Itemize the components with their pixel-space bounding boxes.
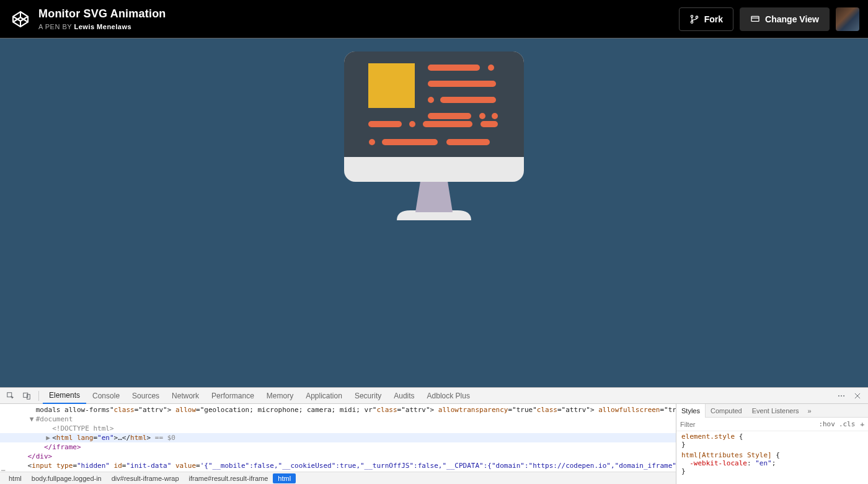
svg-point-30 [843,395,844,397]
new-style-rule-icon[interactable]: + [860,420,864,428]
styles-rules[interactable]: element.style { } html[Attributes Style]… [676,431,868,477]
svg-point-4 [691,21,693,23]
device-toolbar-icon[interactable] [20,389,33,403]
dom-line[interactable]: ▶<html lang="en">…</html> == $0 [0,433,676,442]
devtools-tab-elements[interactable]: Elements [43,388,86,404]
breadcrumb-item[interactable]: body.fullpage.logged-in [27,473,107,483]
rule-selector: element.style [681,432,735,441]
dom-line[interactable]: <input type="hidden" id="init-data" valu… [0,461,676,470]
svg-rect-23 [446,139,490,145]
svg-point-13 [428,97,434,103]
codepen-logo-icon [10,9,31,30]
dom-line[interactable]: </iframe> [0,442,676,452]
svg-point-19 [409,121,415,127]
pen-author[interactable]: Lewis Menelaws [74,23,132,30]
pen-byline: A PEN BY Lewis Menelaws [38,23,166,30]
styles-tab-events[interactable]: Event Listeners [747,404,804,418]
styles-filter-bar: :hov .cls + [676,418,868,431]
devtools-panel: ElementsConsoleSourcesNetworkPerformance… [0,387,868,484]
rule-prop: -webkit-locale [689,459,747,467]
breadcrumb-item[interactable]: html [273,473,296,483]
elements-dom-tree[interactable]: modals allow-forms"class="attrv"> allow=… [0,404,676,484]
svg-point-11 [488,65,494,71]
byline-prefix: A PEN BY [38,23,74,30]
result-pane [0,38,868,387]
pen-title-block: Monitor SVG Animation A PEN BY Lewis Men… [38,7,166,30]
styles-tab-styles[interactable]: Styles [676,404,706,418]
change-view-button[interactable]: Change View [740,7,830,31]
styles-panel: Styles Computed Event Listeners » :hov .… [676,404,868,484]
avatar[interactable] [836,7,859,31]
devtools-tab-audits[interactable]: Audits [388,388,420,404]
svg-point-28 [838,395,839,397]
dom-line[interactable]: modals allow-forms"class="attrv"> allow=… [0,405,676,415]
devtools-tab-memory[interactable]: Memory [260,388,299,404]
devtools-tab-network[interactable]: Network [166,388,205,404]
devtools-tab-adblock-plus[interactable]: Adblock Plus [421,388,476,404]
devtools-tab-security[interactable]: Security [348,388,388,404]
svg-rect-10 [428,65,480,71]
svg-rect-12 [428,81,496,87]
breadcrumb-item[interactable]: div#result-iframe-wrap [107,473,184,483]
svg-rect-27 [27,394,30,399]
rule-val: "en" [755,459,772,467]
devtools-tabs: ElementsConsoleSourcesNetworkPerformance… [0,388,868,404]
svg-point-16 [479,113,485,119]
devtools-tab-row: ElementsConsoleSourcesNetworkPerformance… [43,388,476,404]
dom-line[interactable]: ▼#document [0,415,676,424]
svg-point-5 [696,16,698,18]
devtools-menu-icon[interactable] [835,389,848,403]
styles-tabs-more-icon[interactable]: » [804,407,815,415]
result-pane-wrap [0,38,868,387]
inspect-icon[interactable] [4,389,17,403]
breadcrumb-item[interactable]: iframe#result.result-iframe [184,473,273,483]
styles-filter-input[interactable] [680,421,717,428]
devtools-tab-application[interactable]: Application [299,388,348,404]
styles-tabs: Styles Computed Event Listeners » [676,404,868,418]
svg-rect-21 [480,121,498,127]
svg-rect-20 [423,121,472,127]
devtools-close-icon[interactable] [851,389,864,403]
devtools-tab-performance[interactable]: Performance [205,388,260,404]
monitor-illustration [341,50,527,230]
breadcrumb-item[interactable]: html [4,473,27,483]
svg-point-17 [492,113,498,119]
codepen-header: Monitor SVG Animation A PEN BY Lewis Men… [0,0,868,38]
svg-rect-6 [751,16,759,21]
svg-point-3 [691,15,693,17]
svg-rect-15 [428,113,471,119]
devtools-tab-console[interactable]: Console [86,388,126,404]
dom-line[interactable]: </div> [0,452,676,461]
fork-icon [689,14,699,24]
cls-toggle[interactable]: .cls [839,420,856,428]
svg-point-29 [841,395,842,397]
elements-breadcrumb[interactable]: htmlbody.fullpage.logged-indiv#result-if… [0,472,676,484]
change-view-icon [750,14,760,24]
rule-selector: html[Attributes Style] [681,451,772,459]
pen-title: Monitor SVG Animation [38,7,166,20]
devtools-body: modals allow-forms"class="attrv"> allow=… [0,404,868,484]
styles-tab-computed[interactable]: Computed [706,404,747,418]
fork-button[interactable]: Fork [679,7,733,31]
svg-rect-22 [382,139,438,145]
svg-rect-9 [368,63,415,108]
change-view-label: Change View [765,14,819,24]
hov-toggle[interactable]: :hov [818,420,835,428]
devtools-tab-sources[interactable]: Sources [126,388,166,404]
svg-rect-14 [440,97,496,103]
fork-label: Fork [704,14,723,24]
svg-rect-18 [368,121,402,127]
svg-point-24 [369,139,375,145]
dom-line[interactable]: <!DOCTYPE html> [0,424,676,433]
